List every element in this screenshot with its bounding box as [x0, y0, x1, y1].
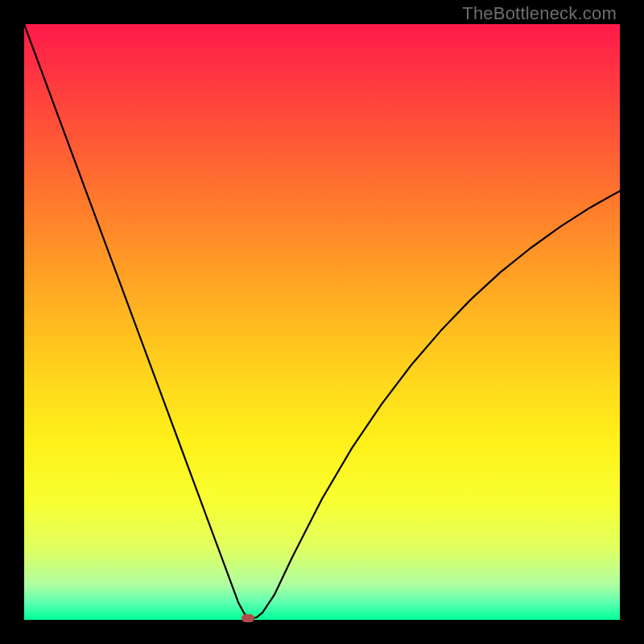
plot-area [24, 24, 620, 620]
minimum-marker [242, 614, 254, 622]
chart-frame: TheBottleneck.com [0, 0, 644, 644]
watermark-text: TheBottleneck.com [462, 3, 617, 24]
chart-curve [24, 24, 620, 620]
